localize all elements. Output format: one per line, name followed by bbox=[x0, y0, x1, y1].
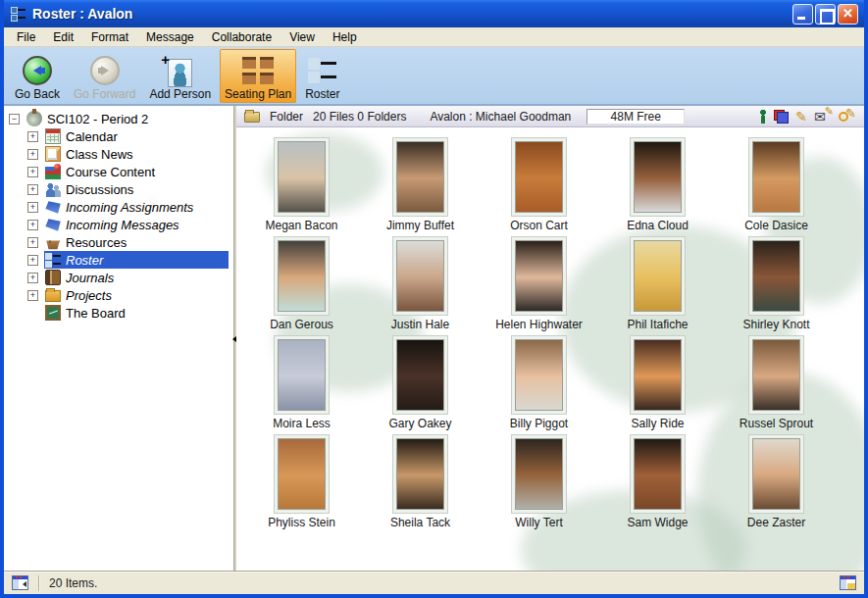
expand-icon[interactable]: + bbox=[27, 149, 38, 160]
sidebar-item-label: Incoming Messages bbox=[66, 218, 179, 232]
expand-icon[interactable]: + bbox=[27, 184, 38, 195]
add-person-label: Add Person bbox=[149, 87, 211, 101]
student-dan-gerous[interactable]: Dan Gerous bbox=[242, 236, 361, 335]
expand-icon[interactable]: + bbox=[27, 273, 38, 283]
sidebar-item-calendar[interactable]: +Calendar bbox=[4, 127, 233, 145]
student-justin-hale[interactable]: Justin Hale bbox=[361, 236, 480, 335]
student-megan-bacon[interactable]: Megan Bacon bbox=[242, 137, 361, 236]
sidebar-item-incoming-assignments[interactable]: +Incoming Assignments bbox=[4, 198, 233, 216]
student-photo bbox=[278, 240, 326, 312]
student-helen-highwater[interactable]: Helen Highwater bbox=[480, 236, 598, 335]
student-moira-less[interactable]: Moira Less bbox=[242, 335, 361, 434]
sidebar-item-projects[interactable]: +Projects bbox=[4, 286, 233, 304]
sidebar-item-the-board[interactable]: The Board bbox=[4, 304, 233, 322]
student-gary-oakey[interactable]: Gary Oakey bbox=[361, 335, 480, 434]
student-billy-piggot[interactable]: Billy Piggot bbox=[480, 335, 598, 434]
menu-view[interactable]: View bbox=[281, 28, 324, 46]
sidebar-item-label: Discussions bbox=[66, 182, 133, 197]
seating-plan-button[interactable]: Seating Plan bbox=[220, 49, 296, 103]
sidebar-item-course-content[interactable]: +Course Content bbox=[4, 163, 233, 180]
folder-icon bbox=[244, 112, 260, 123]
collapse-icon[interactable]: − bbox=[9, 114, 20, 125]
student-photo bbox=[396, 240, 444, 312]
pencil-icon[interactable] bbox=[795, 109, 807, 125]
student-name: Willy Tert bbox=[515, 516, 562, 529]
sidebar-item-sci102-period-2[interactable]: −SCI102 - Period 2 bbox=[4, 110, 233, 127]
menu-file[interactable]: File bbox=[8, 28, 44, 46]
menu-edit[interactable]: Edit bbox=[44, 28, 82, 46]
sidebar-item-label: SCI102 - Period 2 bbox=[47, 112, 148, 126]
layers-icon[interactable] bbox=[774, 110, 789, 124]
menu-collaborate[interactable]: Collaborate bbox=[203, 28, 281, 46]
student-edna-cloud[interactable]: Edna Cloud bbox=[598, 137, 717, 236]
sidebar-item-class-news[interactable]: +Class News bbox=[4, 145, 233, 163]
student-jimmy-buffet[interactable]: Jimmy Buffet bbox=[361, 137, 480, 236]
photo-frame bbox=[630, 335, 686, 415]
expand-icon[interactable]: + bbox=[27, 290, 38, 301]
student-sheila-tack[interactable]: Sheila Tack bbox=[361, 434, 480, 533]
student-russel-sprout[interactable]: Russel Sprout bbox=[717, 335, 836, 434]
photo-frame bbox=[392, 335, 448, 415]
add-person-icon bbox=[168, 59, 192, 87]
student-orson-cart[interactable]: Orson Cart bbox=[480, 137, 598, 236]
title-bar[interactable]: Roster : Avalon bbox=[4, 0, 864, 27]
student-name: Justin Hale bbox=[391, 318, 449, 331]
student-sally-ride[interactable]: Sally Ride bbox=[598, 335, 717, 434]
student-name: Sam Widge bbox=[627, 516, 688, 529]
sidebar-item-incoming-messages[interactable]: +Incoming Messages bbox=[4, 216, 233, 233]
student-photo bbox=[634, 240, 682, 312]
inbook-icon bbox=[45, 199, 61, 215]
student-sam-widge[interactable]: Sam Widge bbox=[598, 434, 717, 533]
panel-toggle-icon[interactable] bbox=[12, 575, 28, 590]
photo-frame bbox=[630, 236, 686, 316]
go-forward-label: Go Forward bbox=[74, 87, 135, 101]
student-dee-zaster[interactable]: Dee Zaster bbox=[717, 434, 836, 533]
sidebar-item-label: Projects bbox=[66, 288, 112, 303]
expand-icon[interactable]: + bbox=[27, 220, 38, 230]
go-back-button[interactable]: Go Back bbox=[10, 49, 65, 103]
expand-icon[interactable]: + bbox=[27, 255, 38, 266]
menu-format[interactable]: Format bbox=[82, 28, 137, 46]
item-count-label: 20 Items. bbox=[49, 576, 97, 590]
calendar-icon bbox=[45, 128, 61, 144]
expand-icon[interactable]: + bbox=[27, 131, 38, 142]
add-person-button[interactable]: Add Person bbox=[144, 49, 216, 103]
photo-frame bbox=[511, 434, 567, 514]
key-pencil-icon[interactable] bbox=[839, 109, 856, 124]
expand-icon[interactable]: + bbox=[27, 202, 38, 213]
sidebar-item-resources[interactable]: +Resources bbox=[4, 233, 233, 251]
photo-frame bbox=[511, 335, 567, 415]
close-button[interactable] bbox=[838, 4, 858, 25]
student-shirley-knott[interactable]: Shirley Knott bbox=[717, 236, 836, 335]
student-willy-tert[interactable]: Willy Tert bbox=[480, 434, 598, 533]
sidebar-item-discussions[interactable]: +Discussions bbox=[4, 180, 233, 198]
photo-frame bbox=[748, 137, 804, 217]
roster-icon bbox=[308, 58, 337, 83]
journal-icon bbox=[45, 270, 61, 285]
seating-plan-icon bbox=[242, 57, 274, 84]
student-phil-itafiche[interactable]: Phil Itafiche bbox=[598, 236, 717, 335]
expand-icon[interactable]: + bbox=[27, 167, 38, 177]
student-photo bbox=[752, 339, 800, 411]
student-name: Gary Oakey bbox=[388, 417, 451, 430]
student-photo bbox=[515, 438, 563, 510]
student-phyliss-stein[interactable]: Phyliss Stein bbox=[242, 434, 361, 533]
photo-frame bbox=[748, 335, 804, 415]
roster-button[interactable]: Roster bbox=[300, 49, 344, 103]
maximize-button[interactable] bbox=[815, 4, 836, 25]
menu-help[interactable]: Help bbox=[324, 28, 366, 46]
student-name: Russel Sprout bbox=[740, 417, 813, 430]
minimize-button[interactable] bbox=[792, 4, 813, 25]
menu-bar: FileEditFormatMessageCollaborateViewHelp bbox=[4, 27, 864, 47]
student-photo bbox=[515, 141, 563, 213]
window-toggle-icon[interactable] bbox=[840, 575, 856, 590]
sidebar-item-roster[interactable]: +Roster bbox=[4, 251, 233, 269]
menu-message[interactable]: Message bbox=[137, 28, 203, 46]
people-icon bbox=[45, 181, 61, 197]
student-photo bbox=[278, 141, 326, 213]
sidebar-item-journals[interactable]: +Journals bbox=[4, 269, 233, 286]
mail-pencil-icon[interactable] bbox=[814, 109, 832, 124]
person-icon[interactable] bbox=[759, 110, 767, 124]
student-cole-dasice[interactable]: Cole Dasice bbox=[717, 137, 836, 236]
expand-icon[interactable]: + bbox=[27, 237, 38, 248]
